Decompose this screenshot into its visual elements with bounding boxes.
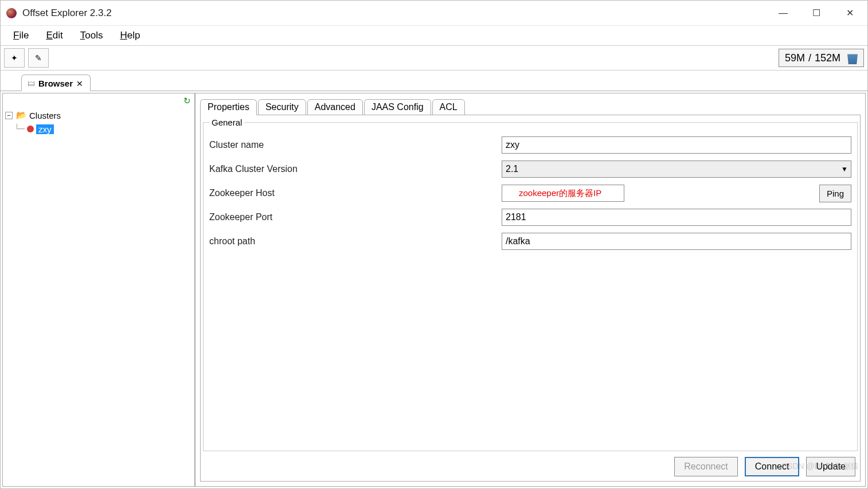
- status-dot-icon: [27, 126, 34, 132]
- tree-root-row[interactable]: − 📂 Clusters: [5, 108, 192, 122]
- kafka-version-label: Kafka Cluster Version: [209, 164, 502, 174]
- trash-icon[interactable]: [847, 52, 858, 64]
- collapse-icon[interactable]: −: [5, 112, 13, 119]
- row-kafka-version: Kafka Cluster Version ▼: [209, 157, 851, 181]
- zookeeper-host-label: Zookeeper Host: [209, 188, 502, 198]
- browser-tabstrip: 🜲 Browser ✕: [1, 71, 867, 91]
- tree-connector: └─: [14, 124, 25, 134]
- maximize-button[interactable]: ☐: [800, 2, 833, 25]
- menu-file[interactable]: File: [5, 29, 37, 42]
- tree-node-label: zxy: [36, 124, 54, 134]
- app-icon: [6, 8, 17, 18]
- reconnect-button: Reconnect: [674, 457, 738, 476]
- titlebar: Offset Explorer 2.3.2 — ☐ ✕: [1, 1, 867, 26]
- window-controls: — ☐ ✕: [767, 2, 866, 25]
- toolbar: ✦ ✎ 59M / 152M: [1, 45, 867, 71]
- properties-panel: General Cluster name Kafka Cluster Versi…: [200, 115, 861, 482]
- row-chroot-path: chroot path: [209, 229, 851, 253]
- tree-node-row[interactable]: └─ zxy: [5, 122, 192, 136]
- row-zookeeper-host: Zookeeper Host zookeeper的服务器IP Ping: [209, 181, 851, 205]
- main-panel: ↻ − 📂 Clusters └─ zxy Properties Securit…: [2, 93, 866, 487]
- browser-tab[interactable]: 🜲 Browser ✕: [21, 75, 91, 91]
- cluster-tree: − 📂 Clusters └─ zxy: [5, 108, 192, 136]
- row-zookeeper-port: Zookeeper Port: [209, 205, 851, 229]
- general-fieldset: General Cluster name Kafka Cluster Versi…: [203, 118, 858, 451]
- close-button[interactable]: ✕: [833, 2, 866, 25]
- sidebar: ↻ − 📂 Clusters └─ zxy: [3, 93, 196, 486]
- edit-icon: ✎: [35, 53, 42, 62]
- tab-properties[interactable]: Properties: [200, 99, 257, 115]
- zookeeper-host-input[interactable]: [502, 185, 624, 202]
- tab-advanced[interactable]: Advanced: [307, 99, 363, 115]
- tree-icon: 🜲: [28, 79, 35, 88]
- tab-security[interactable]: Security: [258, 99, 306, 115]
- cluster-name-input[interactable]: [502, 136, 851, 154]
- property-tabs: Properties Security Advanced JAAS Config…: [200, 98, 861, 115]
- menubar: File Edit Tools Help: [1, 26, 867, 45]
- close-tab-icon[interactable]: ✕: [76, 79, 83, 88]
- content-panel: Properties Security Advanced JAAS Config…: [196, 93, 865, 486]
- browser-tab-title: Browser: [38, 79, 73, 88]
- add-cluster-button[interactable]: ✦: [4, 48, 25, 68]
- button-bar: Reconnect Connect Update: [203, 451, 858, 479]
- memory-indicator[interactable]: 59M / 152M: [779, 49, 864, 67]
- tab-jaas-config[interactable]: JAAS Config: [364, 99, 431, 115]
- folder-icon: 📂: [16, 110, 27, 120]
- zookeeper-port-input[interactable]: [502, 209, 851, 226]
- chroot-path-input[interactable]: [502, 233, 851, 250]
- refresh-icon[interactable]: ↻: [183, 96, 191, 106]
- minimize-button[interactable]: —: [767, 2, 800, 25]
- memory-total: 152M: [815, 52, 840, 64]
- row-cluster-name: Cluster name: [209, 133, 851, 157]
- edit-button[interactable]: ✎: [28, 48, 49, 68]
- menu-tools[interactable]: Tools: [72, 29, 111, 42]
- add-cluster-icon: ✦: [11, 53, 18, 62]
- cluster-name-label: Cluster name: [209, 140, 502, 150]
- update-button[interactable]: Update: [806, 457, 855, 476]
- general-legend: General: [209, 118, 244, 127]
- tab-acl[interactable]: ACL: [432, 99, 465, 115]
- memory-used: 59M: [785, 52, 805, 64]
- connect-button[interactable]: Connect: [745, 457, 800, 476]
- menu-edit[interactable]: Edit: [38, 29, 71, 42]
- menu-help[interactable]: Help: [112, 29, 148, 42]
- kafka-version-select[interactable]: [502, 161, 851, 178]
- window-title: Offset Explorer 2.3.2: [22, 7, 767, 19]
- tree-root-label: Clusters: [29, 111, 61, 120]
- memory-sep: /: [808, 52, 811, 64]
- ping-button[interactable]: Ping: [819, 185, 851, 202]
- zookeeper-port-label: Zookeeper Port: [209, 212, 502, 222]
- chroot-path-label: chroot path: [209, 236, 502, 247]
